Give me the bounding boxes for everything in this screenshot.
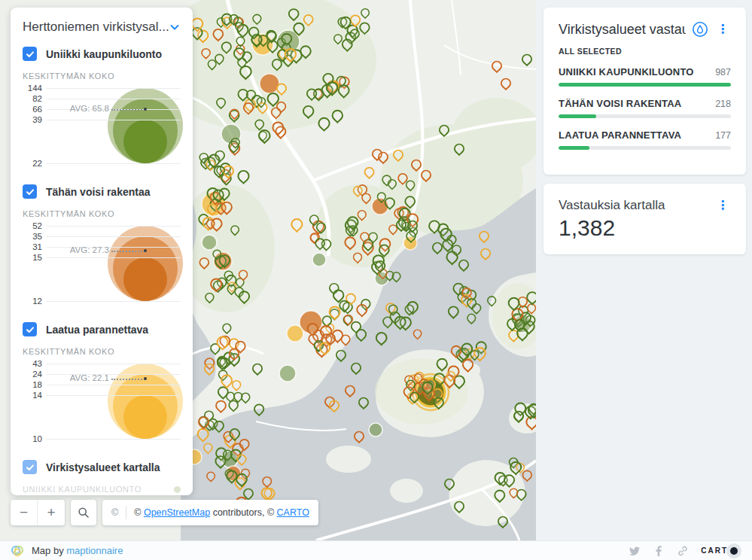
map-pin-g[interactable] xyxy=(215,422,224,432)
map-pin-o[interactable] xyxy=(379,153,388,163)
cluster-bubble[interactable] xyxy=(312,253,326,266)
cluster-bubble[interactable] xyxy=(260,74,279,93)
map-pin-o[interactable] xyxy=(398,174,407,184)
layer-toggle[interactable]: Tähän voisi rakentaa xyxy=(23,184,181,199)
map-pin-g[interactable] xyxy=(206,293,214,303)
map-pin-g[interactable] xyxy=(253,14,261,24)
map-pin-g[interactable] xyxy=(467,314,476,324)
checkbox[interactable] xyxy=(23,322,37,336)
map-pin-o[interactable] xyxy=(510,488,518,498)
map-pin-o[interactable] xyxy=(244,103,253,114)
map-pin-g[interactable] xyxy=(356,330,366,341)
map-pin-g[interactable] xyxy=(522,55,531,65)
map-pin-g[interactable] xyxy=(445,479,454,490)
map-pin-g[interactable] xyxy=(459,260,468,271)
map-pin-o[interactable] xyxy=(501,79,510,90)
map-pin-g[interactable] xyxy=(307,89,316,100)
map-pin-g[interactable] xyxy=(303,106,313,118)
map-pin-g[interactable] xyxy=(406,181,415,190)
map-pin-g[interactable] xyxy=(289,9,299,20)
map-pin-g[interactable] xyxy=(318,118,329,131)
map-pin-g[interactable] xyxy=(222,42,231,53)
map-pin-g[interactable] xyxy=(379,245,389,256)
map-pin-o[interactable] xyxy=(263,477,271,487)
map-pin-g[interactable] xyxy=(343,39,352,50)
map-pin-o[interactable] xyxy=(354,253,362,263)
map-pin-g[interactable] xyxy=(334,35,343,44)
map-pin-g[interactable] xyxy=(215,456,225,467)
map-pin-g[interactable] xyxy=(217,99,225,108)
layer-toggle[interactable]: Laatua parannettava xyxy=(23,322,181,336)
map-pin-g[interactable] xyxy=(376,333,387,345)
category-row[interactable]: UNIIKKI KAUPUNKILUONTO987 xyxy=(559,66,731,87)
map-pin-g[interactable] xyxy=(333,111,343,123)
map-pin-g[interactable] xyxy=(498,517,507,528)
map-pin-g[interactable] xyxy=(488,297,496,306)
map-pin-g[interactable] xyxy=(361,9,370,18)
checkbox-virkistysalueet-kartalla[interactable] xyxy=(23,460,37,474)
map-pin-g[interactable] xyxy=(510,462,521,474)
map-pin-y[interactable] xyxy=(237,455,245,464)
map-pin-g[interactable] xyxy=(253,364,262,375)
chevron-down-icon[interactable] xyxy=(169,21,181,33)
map-pin-g[interactable] xyxy=(443,239,452,251)
map-pin-g[interactable] xyxy=(449,306,458,318)
map-pin-g[interactable] xyxy=(272,59,282,70)
map-pin-o[interactable] xyxy=(463,360,473,372)
map-pin-g[interactable] xyxy=(437,359,447,371)
map-pin-o[interactable] xyxy=(202,49,210,59)
map-pin-o[interactable] xyxy=(422,171,431,181)
map-pin-o[interactable] xyxy=(389,225,397,235)
map-pin-o[interactable] xyxy=(346,386,355,397)
map-pin-y[interactable] xyxy=(204,443,212,453)
kebab-menu-icon[interactable]: ⋮ xyxy=(714,197,731,214)
map-pin-g[interactable] xyxy=(440,126,449,136)
map-pin-g[interactable] xyxy=(392,272,400,282)
map-pin-g[interactable] xyxy=(223,324,231,333)
map-pin-o[interactable] xyxy=(528,304,536,314)
category-row[interactable]: TÄHÄN VOISI RAKENTAA218 xyxy=(559,98,731,118)
map-pin-g[interactable] xyxy=(388,180,397,190)
map-pin-o[interactable] xyxy=(492,62,501,72)
zoom-out-button[interactable]: − xyxy=(11,500,38,525)
map-pin-y[interactable] xyxy=(277,84,286,94)
map-pin-g[interactable] xyxy=(454,376,464,388)
map-pin-g[interactable] xyxy=(238,171,248,184)
carto-link[interactable]: CARTO xyxy=(277,507,309,518)
zoom-in-button[interactable]: + xyxy=(38,500,65,525)
twitter-icon[interactable] xyxy=(629,545,641,557)
map-pin-o[interactable] xyxy=(199,258,209,269)
map-pin-g[interactable] xyxy=(504,475,514,487)
map-pin-g[interactable] xyxy=(455,502,464,513)
map-pin-g[interactable] xyxy=(517,328,528,340)
cluster-bubble[interactable] xyxy=(369,423,382,437)
map-pin-y[interactable] xyxy=(221,375,232,387)
map-pin-y[interactable] xyxy=(198,429,209,441)
checkbox[interactable] xyxy=(23,47,37,61)
cluster-bubble[interactable] xyxy=(279,365,296,382)
category-row[interactable]: LAATUA PARANNETTAVA177 xyxy=(559,129,731,150)
map-pin-g[interactable] xyxy=(359,398,368,409)
map-pin-g[interactable] xyxy=(333,290,344,302)
map-pin-g[interactable] xyxy=(239,291,249,303)
map-pin-g[interactable] xyxy=(208,60,216,70)
map-pin-o[interactable] xyxy=(357,305,367,316)
map-pin-o[interactable] xyxy=(207,472,215,481)
kebab-menu-icon[interactable]: ⋮ xyxy=(714,21,731,38)
map-pin-y[interactable] xyxy=(233,381,241,391)
map-pin-y[interactable] xyxy=(365,168,374,178)
map-pin-g[interactable] xyxy=(259,130,269,143)
map-pin-y[interactable] xyxy=(330,306,340,318)
map-pin-y[interactable] xyxy=(205,364,214,375)
map-pin-g[interactable] xyxy=(336,351,346,361)
map-pin-o[interactable] xyxy=(522,470,531,481)
cluster-bubble[interactable] xyxy=(202,235,217,250)
map-pin-g[interactable] xyxy=(433,243,442,254)
map-pin-y[interactable] xyxy=(330,401,339,412)
map-pin-g[interactable] xyxy=(495,490,504,501)
facebook-icon[interactable] xyxy=(653,545,665,557)
map-pin-g[interactable] xyxy=(339,85,349,97)
map-pin-g[interactable] xyxy=(527,292,536,304)
map-pin-g[interactable] xyxy=(405,196,415,208)
map-pin-g[interactable] xyxy=(514,412,523,422)
